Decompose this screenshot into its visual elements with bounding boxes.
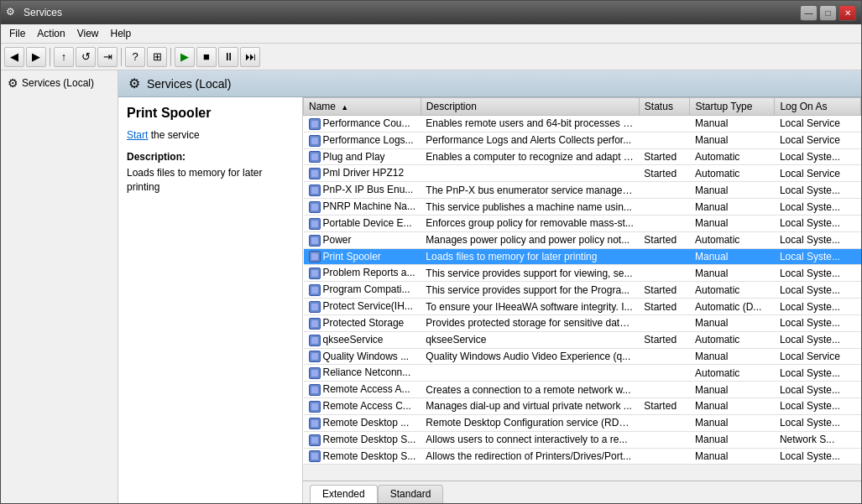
right-panel: Name ▲ Description Status [303,97,861,503]
table-row[interactable]: Protect Service(IH...To ensure your IHee… [304,299,861,315]
cell-name: Remote Desktop S... [304,431,421,448]
cell-logon: Local Service [775,132,861,148]
service-icon [309,218,321,230]
cell-description: Enables remote users and 64-bit processe… [421,116,639,132]
cell-status: Started [639,165,690,182]
sidebar-item-label: Services (Local) [22,77,94,89]
close-button[interactable]: ✕ [838,5,856,21]
menu-help[interactable]: Help [106,26,137,41]
menu-view[interactable]: View [72,26,104,41]
table-row[interactable]: PowerManages power policy and power poli… [304,231,861,248]
table-row[interactable]: Performance Cou...Enables remote users a… [304,116,861,132]
table-row[interactable]: qkseeServiceqkseeServiceStartedAutomatic… [304,331,861,348]
cell-startup: Manual [690,314,775,331]
menu-file[interactable]: File [4,26,30,41]
service-icon [309,351,321,362]
table-row[interactable]: Problem Reports a...This service provide… [304,265,861,282]
cell-description: Quality Windows Audio Video Experience (… [421,348,639,365]
start-service-button[interactable]: ▶ [175,47,195,67]
cell-startup: Manual [690,414,775,431]
cell-startup: Manual [690,398,775,415]
service-icon [309,268,321,279]
cell-description: This service provides support for viewin… [421,265,639,282]
service-icon [309,401,321,413]
cell-status [639,348,690,365]
resume-service-button[interactable]: ⏭ [240,47,260,67]
col-header-name[interactable]: Name ▲ [304,98,421,116]
cell-startup: Manual [690,448,775,465]
table-row[interactable]: Portable Device E...Enforces group polic… [304,215,861,231]
service-icon [309,367,321,379]
table-row[interactable]: Plug and PlayEnables a computer to recog… [304,148,861,165]
col-header-startup[interactable]: Startup Type [690,98,775,116]
pause-service-button[interactable]: ⏸ [218,47,238,67]
title-bar-buttons: — □ ✕ [800,5,856,21]
service-icon [309,201,321,213]
cell-logon: Local Syste... [775,448,861,465]
service-title: Print Spooler [127,106,294,121]
table-row[interactable]: Protected StorageProvides protected stor… [304,314,861,331]
table-row[interactable]: Remote Desktop S...Allows users to conne… [304,431,861,448]
col-header-description[interactable]: Description [421,98,639,116]
cell-status [639,382,690,398]
cell-status [639,414,690,431]
cell-startup: Manual [690,348,775,365]
table-row[interactable]: Remote Access A...Creates a connection t… [304,382,861,398]
services-table: Name ▲ Description Status [303,97,861,465]
minimize-button[interactable]: — [800,5,818,21]
cell-description: Provides protected storage for sensitive… [421,314,639,331]
title-bar: ⚙ Services — □ ✕ [1,1,861,24]
tab-extended[interactable]: Extended [310,485,378,503]
cell-name: Remote Access A... [304,382,421,398]
table-row[interactable]: Quality Windows ...Quality Windows Audio… [304,348,861,365]
stop-service-button[interactable]: ■ [196,47,217,67]
cell-description [421,365,639,382]
back-button[interactable]: ◀ [4,47,24,67]
tabs-bar: ExtendedStandard [303,481,861,503]
table-row[interactable]: Remote Access C...Manages dial-up and vi… [304,398,861,415]
toolbar-separator-3 [170,48,171,66]
view-button[interactable]: ⊞ [147,47,167,67]
table-row[interactable]: Remote Desktop ...Remote Desktop Configu… [304,414,861,431]
table-wrapper[interactable]: Name ▲ Description Status [303,97,861,481]
cell-status: Started [639,148,690,165]
table-row[interactable]: PNRP Machine Na...This service publishes… [304,199,861,216]
sidebar-item-services-local[interactable]: ⚙ Services (Local) [4,74,114,92]
tab-standard[interactable]: Standard [378,485,444,503]
cell-name: Performance Logs... [304,132,421,148]
cell-logon: Local Syste... [775,365,861,382]
table-row[interactable]: Performance Logs...Performance Logs and … [304,132,861,148]
service-icon [309,135,321,147]
table-row[interactable]: PnP-X IP Bus Enu...The PnP-X bus enumera… [304,182,861,199]
cell-name: Remote Access C... [304,398,421,415]
cell-description: Performance Logs and Alerts Collects per… [421,132,639,148]
main-content: ⚙ Services (Local) ⚙ Services (Local) Pr… [1,70,861,503]
cell-name: Quality Windows ... [304,348,421,365]
menu-action[interactable]: Action [32,26,70,41]
cell-name: Pml Driver HPZ12 [304,165,421,182]
table-row[interactable]: Print SpoolerLoads files to memory for l… [304,248,861,265]
forward-button[interactable]: ▶ [26,47,46,67]
sort-arrow-name: ▲ [341,103,348,112]
col-header-logon[interactable]: Log On As [775,98,861,116]
cell-logon: Local Syste... [775,414,861,431]
table-row[interactable]: Program Compati...This service provides … [304,282,861,299]
start-link[interactable]: Start [127,129,148,141]
table-row[interactable]: Pml Driver HPZ12StartedAutomaticLocal Se… [304,165,861,182]
cell-status: Started [639,398,690,415]
cell-startup: Automatic [690,231,775,248]
cell-description: Creates a connection to a remote network… [421,382,639,398]
table-row[interactable]: Reliance Netconn...AutomaticLocal Syste.… [304,365,861,382]
up-button[interactable]: ↑ [54,47,74,67]
cell-status: Started [639,299,690,315]
cell-description: Allows the redirection of Printers/Drive… [421,448,639,465]
export-button[interactable]: ⇥ [97,47,118,67]
maximize-button[interactable]: □ [819,5,837,21]
table-row[interactable]: Remote Desktop S...Allows the redirectio… [304,448,861,465]
cell-logon: Local Syste... [775,231,861,248]
help-button[interactable]: ? [125,47,145,67]
col-header-status[interactable]: Status [639,98,690,116]
cell-status [639,448,690,465]
cell-logon: Local Syste... [775,314,861,331]
refresh-button[interactable]: ↺ [76,47,96,67]
